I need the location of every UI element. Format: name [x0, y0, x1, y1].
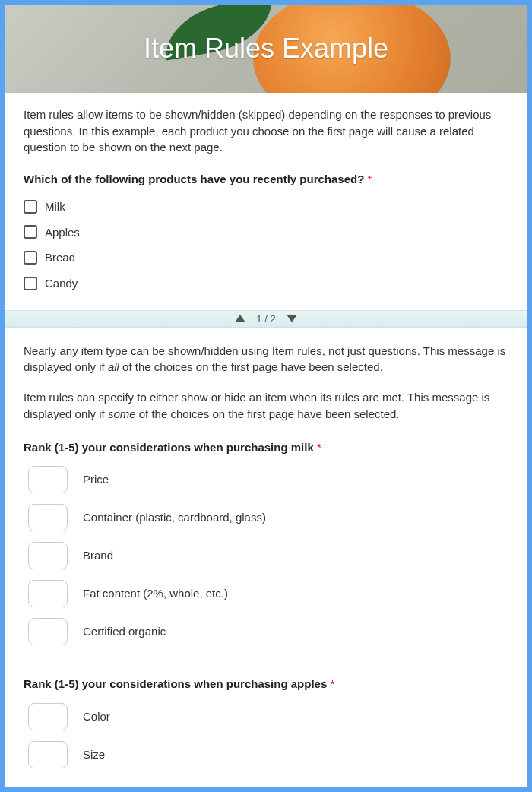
checkbox-icon[interactable]	[24, 200, 37, 214]
rank-item: Fat content (2%, whole, etc.)	[28, 580, 508, 607]
question-milk-prompt: Rank (1-5) your considerations when purc…	[24, 441, 314, 454]
checkbox-option-apples[interactable]: Apples	[24, 224, 508, 241]
rank-list-apples: Color Size	[24, 703, 508, 768]
rank-list-milk: Price Container (plastic, cardboard, gla…	[24, 466, 508, 645]
checkbox-option-candy[interactable]: Candy	[24, 275, 508, 292]
rank-input-color[interactable]	[28, 703, 68, 730]
msg-some-post: of the choices on the first page have be…	[136, 407, 400, 420]
question-milk-block: Rank (1-5) your considerations when purc…	[24, 439, 508, 646]
page2-section: Nearly any item type can be shown/hidden…	[5, 328, 527, 787]
checkbox-icon[interactable]	[24, 225, 37, 239]
rank-label: Certified organic	[83, 623, 166, 640]
msg-some-em: some	[108, 407, 136, 420]
rank-item: Certified organic	[28, 618, 508, 645]
msg-all-em: all	[108, 360, 119, 373]
question-milk-prompt-row: Rank (1-5) your considerations when purc…	[24, 439, 508, 456]
rank-input-container[interactable]	[28, 504, 68, 531]
question-apples-prompt: Rank (1-5) your considerations when purc…	[24, 677, 327, 690]
required-indicator: *	[317, 441, 321, 454]
rank-label: Size	[83, 746, 105, 763]
intro-text: Item rules allow items to be shown/hidde…	[24, 106, 508, 156]
checkbox-label: Bread	[45, 249, 75, 266]
header-banner: Item Rules Example	[5, 5, 527, 93]
rank-label: Color	[83, 708, 110, 725]
required-indicator: *	[330, 677, 334, 690]
rank-input-size[interactable]	[28, 741, 68, 768]
rank-input-fat[interactable]	[28, 580, 68, 607]
question1-prompt-row: Which of the following products have you…	[24, 171, 508, 188]
checkbox-label: Apples	[45, 224, 80, 241]
rank-item: Size	[28, 741, 508, 768]
form-container: Item Rules Example Item rules allow item…	[5, 5, 527, 787]
checkbox-label: Candy	[45, 275, 78, 292]
question-apples-prompt-row: Rank (1-5) your considerations when purc…	[24, 676, 508, 692]
message-some-selected: Item rules can specify to either show or…	[24, 389, 508, 423]
checkbox-option-milk[interactable]: Milk	[24, 198, 508, 215]
required-indicator: *	[368, 173, 372, 185]
question1-prompt: Which of the following products have you…	[24, 173, 364, 185]
rank-label: Brand	[83, 547, 113, 564]
rank-label: Price	[83, 471, 109, 488]
msg-all-post: of the choices on the first page have be…	[119, 360, 383, 373]
rank-input-brand[interactable]	[28, 542, 68, 569]
checkbox-label: Milk	[45, 198, 65, 215]
rank-input-organic[interactable]	[28, 618, 68, 645]
page-nav-bar: 1 / 2	[5, 310, 527, 328]
checkbox-icon[interactable]	[24, 251, 37, 265]
form-title: Item Rules Example	[144, 33, 388, 65]
svg-marker-1	[287, 315, 297, 322]
page-indicator: 1 / 2	[256, 313, 275, 325]
rank-item: Brand	[28, 542, 508, 569]
rank-label: Fat content (2%, whole, etc.)	[83, 585, 228, 602]
page-up-icon[interactable]	[235, 315, 245, 322]
svg-marker-0	[235, 315, 245, 322]
question-apples-block: Rank (1-5) your considerations when purc…	[24, 676, 508, 768]
rank-item: Price	[28, 466, 508, 493]
rank-label: Container (plastic, cardboard, glass)	[83, 509, 266, 526]
question1-options: Milk Apples Bread Candy	[24, 198, 508, 292]
page1-section: Item rules allow items to be shown/hidde…	[5, 93, 527, 310]
rank-item: Color	[28, 703, 508, 730]
checkbox-option-bread[interactable]: Bread	[24, 249, 508, 266]
page-down-icon[interactable]	[287, 315, 297, 322]
rank-item: Container (plastic, cardboard, glass)	[28, 504, 508, 531]
checkbox-icon[interactable]	[24, 277, 37, 290]
rank-input-price[interactable]	[28, 466, 68, 493]
message-all-selected: Nearly any item type can be shown/hidden…	[24, 343, 508, 376]
